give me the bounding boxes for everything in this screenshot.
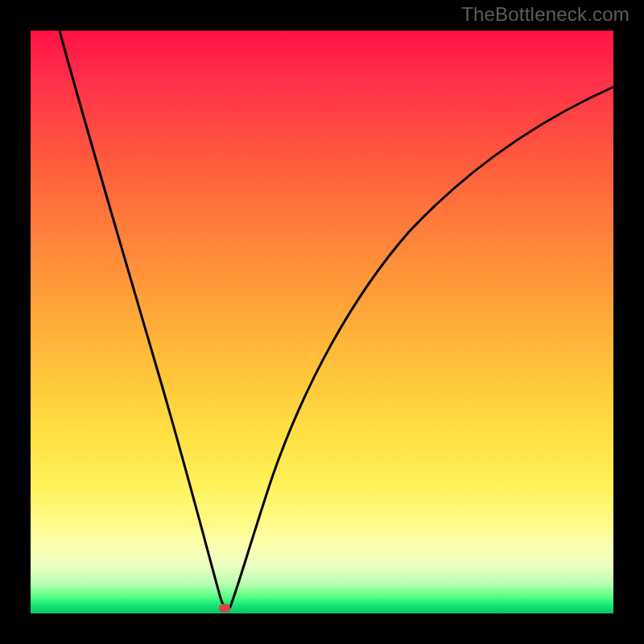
curve-path [60,31,613,609]
bottleneck-curve [31,31,613,613]
optimal-point-marker [219,604,230,613]
watermark-text: TheBottleneck.com [461,3,630,26]
chart-plot-area [31,31,613,613]
